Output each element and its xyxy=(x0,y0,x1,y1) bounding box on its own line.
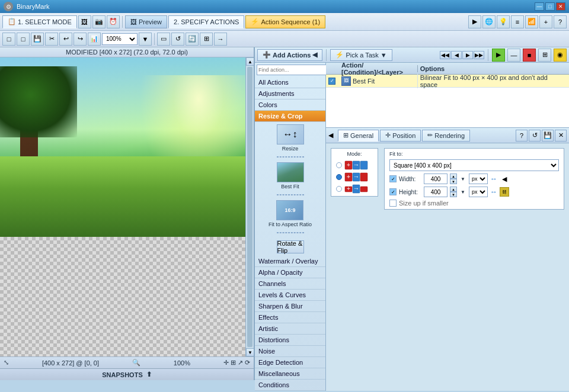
table-row[interactable]: ✓ 🖼 Best Fit Bilinear Fit to 400 px × 40… xyxy=(326,75,569,88)
toolbar-nav-1[interactable]: ▶ xyxy=(468,15,481,28)
cat-dist-label: Distortions xyxy=(258,336,289,343)
scroll-thumb[interactable] xyxy=(247,67,252,347)
width-checkbox[interactable]: ✓ xyxy=(389,175,397,182)
mode-option-2[interactable]: + → xyxy=(336,172,373,182)
props-save-btn[interactable]: 💾 xyxy=(542,130,554,142)
action-item-best-fit[interactable]: Best Fit xyxy=(277,162,304,189)
vertical-scrollbar[interactable]: ▲ ▼ xyxy=(245,57,254,356)
fit-select[interactable]: Square [400 x 400 px] Custom xyxy=(389,159,559,171)
nav-right1[interactable]: ▶ xyxy=(462,51,473,59)
toolbar-nav-4[interactable]: ≡ xyxy=(511,15,524,28)
props-close-btn[interactable]: ✕ xyxy=(555,130,567,142)
tab-action-sequence[interactable]: ⚡ Action Sequence (1) xyxy=(245,15,325,28)
row-checkbox[interactable]: ✓ xyxy=(326,78,339,85)
width-extra-btn[interactable]: ◀ xyxy=(500,174,509,184)
height-spin-up[interactable]: ▲ xyxy=(450,187,457,192)
toolbar-nav-3[interactable]: 💡 xyxy=(497,15,510,28)
mode-radio-3[interactable] xyxy=(336,186,342,192)
width-link-icon[interactable]: ↔ xyxy=(490,175,497,183)
tool-btn-arrow[interactable]: → xyxy=(214,33,227,46)
width-unit-select[interactable]: px % in cm xyxy=(469,173,488,184)
tool-btn-1[interactable]: □ xyxy=(2,33,15,46)
category-effects[interactable]: Effects xyxy=(255,312,325,323)
tab-select-mode[interactable]: 📋 1. SELECT MODE xyxy=(2,15,77,28)
height-spin-down[interactable]: ▼ xyxy=(450,192,457,197)
category-edge[interactable]: Edge Detection xyxy=(255,357,325,368)
tool-btn-rotate[interactable]: ↺ xyxy=(171,33,184,46)
props-reset-btn[interactable]: ↺ xyxy=(529,130,541,142)
seq-btn-yellow[interactable]: ◉ xyxy=(554,49,567,62)
scroll-down-btn[interactable]: ▼ xyxy=(246,348,254,356)
category-conditions[interactable]: Conditions xyxy=(255,380,325,391)
minimize-button[interactable]: — xyxy=(535,2,544,11)
toolbar-icon-clock[interactable]: ⏰ xyxy=(107,15,120,28)
props-help-btn[interactable]: ? xyxy=(516,130,528,142)
category-misc[interactable]: Miscellaneous xyxy=(255,368,325,380)
width-spin-up[interactable]: ▲ xyxy=(450,173,457,179)
tool-btn-undo[interactable]: ↩ xyxy=(59,33,72,46)
tool-btn-grid[interactable]: ⊞ xyxy=(200,33,213,46)
tool-btn-cut[interactable]: ✂ xyxy=(45,33,58,46)
tool-btn-2[interactable]: □ xyxy=(17,33,30,46)
category-colors[interactable]: Colors xyxy=(255,99,325,111)
seq-btn-red[interactable]: ■ xyxy=(523,49,536,62)
toolbar-icon-1[interactable]: 🖼 xyxy=(78,15,91,28)
tool-btn-redo[interactable]: ↪ xyxy=(73,33,87,46)
tool-btn-zoom-drop[interactable]: ▼ xyxy=(139,33,152,46)
action-item-fit-aspect[interactable]: 16:9 Fit to Aspect Ratio xyxy=(268,200,312,227)
tab-general[interactable]: ⊞ General xyxy=(338,130,379,142)
toolbar-nav-6[interactable]: + xyxy=(539,15,552,28)
tool-btn-save[interactable]: 💾 xyxy=(31,33,44,46)
tool-btn-border[interactable]: ▭ xyxy=(157,33,170,46)
tool-btn-chart[interactable]: 📊 xyxy=(88,33,101,46)
nav-right2[interactable]: ▶▶ xyxy=(474,51,484,59)
category-distortions[interactable]: Distortions xyxy=(255,335,325,346)
mode-radio-2[interactable] xyxy=(336,174,342,180)
height-input[interactable] xyxy=(424,187,447,197)
find-action-input[interactable] xyxy=(257,65,327,75)
size-if-smaller-checkbox[interactable] xyxy=(389,200,397,207)
category-levels[interactable]: Levels & Curves xyxy=(255,290,325,301)
mode-radio-1[interactable] xyxy=(336,162,342,168)
toolbar-icon-2[interactable]: 📷 xyxy=(92,15,106,28)
height-link-icon[interactable]: ↔ xyxy=(490,188,497,196)
height-checkbox[interactable]: ✓ xyxy=(389,188,397,195)
seq-btn-grid[interactable]: ⊞ xyxy=(538,49,551,62)
tool-btn-refresh[interactable]: 🔄 xyxy=(186,33,199,46)
add-actions-button[interactable]: ➕ Add Actions ◀ xyxy=(257,49,322,61)
zoom-select[interactable]: 100% 50% 150% 200% xyxy=(102,33,138,45)
category-adjustments[interactable]: Adjustments xyxy=(255,88,325,99)
seq-btn-green[interactable]: ▶ xyxy=(492,49,505,62)
height-unit-select[interactable]: px % in cm xyxy=(469,187,488,197)
tab-preview[interactable]: 🖼 Preview xyxy=(125,15,167,28)
toolbar-nav-7[interactable]: ? xyxy=(554,15,567,28)
rotate-flip-dropdown[interactable]: Rotate & Flip xyxy=(277,240,304,253)
category-artistic[interactable]: Artistic xyxy=(255,323,325,335)
action-item-resize[interactable]: ↔↕ Resize xyxy=(277,124,304,152)
width-spin-down[interactable]: ▼ xyxy=(450,179,457,184)
mode-option-3[interactable]: + → xyxy=(336,184,373,194)
scroll-up-btn[interactable]: ▲ xyxy=(246,57,254,66)
category-watermark[interactable]: Watermark / Overlay xyxy=(255,256,325,267)
tab-rendering[interactable]: ✏ Rendering xyxy=(422,130,470,142)
props-arrow[interactable]: ◀ xyxy=(328,131,337,139)
mode-option-1[interactable]: + → xyxy=(336,160,373,170)
category-sharpen[interactable]: Sharpen & Blur xyxy=(255,301,325,312)
pick-task-button[interactable]: ⚡ Pick a Task ▼ xyxy=(330,49,392,61)
link-chain-icon[interactable]: ⛓ xyxy=(500,187,509,197)
category-channels[interactable]: Channels xyxy=(255,278,325,290)
tab-specify-actions[interactable]: 2. SPECIFY ACTIONS xyxy=(168,15,244,28)
width-input[interactable] xyxy=(424,173,447,184)
seq-btn-minus[interactable]: — xyxy=(507,49,520,62)
tab-position[interactable]: ✛ Position xyxy=(380,130,421,142)
close-button[interactable]: ✕ xyxy=(556,2,565,11)
category-resize-crop[interactable]: Resize & Crop xyxy=(255,111,325,122)
nav-left1[interactable]: ◀◀ xyxy=(440,51,450,59)
toolbar-nav-2[interactable]: 🌐 xyxy=(482,15,496,28)
toolbar-nav-5[interactable]: 📶 xyxy=(525,15,538,28)
category-all-actions[interactable]: All Actions xyxy=(255,77,325,88)
category-noise[interactable]: Noise xyxy=(255,346,325,357)
nav-left2[interactable]: ◀ xyxy=(451,51,462,59)
category-alpha[interactable]: Alpha / Opacity xyxy=(255,267,325,278)
maximize-button[interactable]: □ xyxy=(545,2,555,11)
